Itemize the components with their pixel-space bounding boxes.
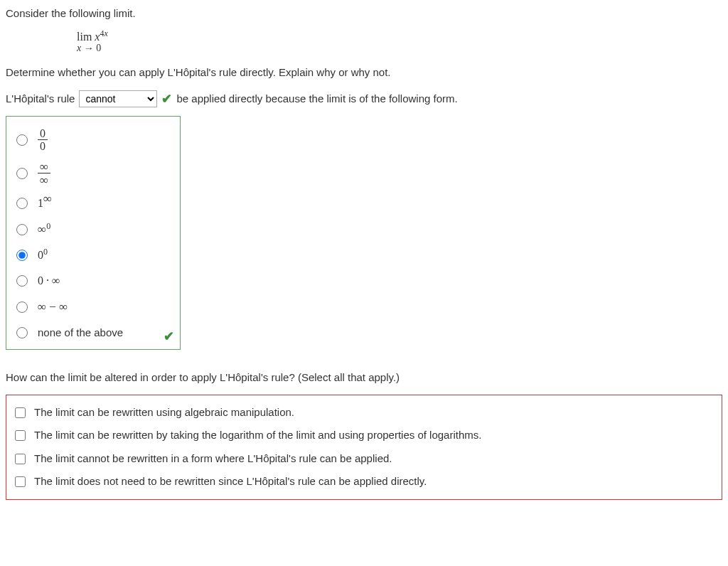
checkbox-option-logarithm[interactable]: The limit can be rewritten by taking the… [12,424,716,447]
radio-option-none[interactable]: none of the above [12,321,174,346]
intro-text: Consider the following limit. [6,6,722,22]
checkbox-label: The limit can be rewritten using algebra… [34,405,294,421]
checkbox-label: The limit does not need to be rewritten … [34,474,427,490]
rule-sentence-row: L'Hôpital's rule cannot ✔ be applied dir… [6,90,722,109]
checkbox-input-3[interactable] [15,454,26,464]
rule-suffix: be applied directly because the limit is… [176,91,457,107]
radio-input-1[interactable] [16,134,28,146]
radio-option-inf-over-inf[interactable]: ∞ ∞ [12,156,174,191]
checkbox-option-cannot-rewrite[interactable]: The limit cannot be rewritten in a form … [12,447,716,471]
radio-option-1-to-inf[interactable]: 1∞ [12,191,174,216]
limit-expression: lim x4x x → 0 [77,31,722,54]
check-icon: ✔ [164,327,174,346]
rule-dropdown[interactable]: cannot [79,90,157,107]
fraction-inf-inf: ∞ ∞ [38,161,50,186]
exp: 0 [43,247,48,257]
checkbox-input-1[interactable] [15,407,26,418]
base: 0 [38,249,43,261]
frac-num: ∞ [38,161,50,173]
power-inf-0: ∞0 [38,220,50,239]
q2-text: Determine whether you can apply L'Hôpita… [6,65,722,81]
power-1-inf: 1∞ [38,195,52,212]
checkbox-input-4[interactable] [15,476,26,487]
radio-option-0-to-0[interactable]: 00 [12,242,174,268]
checkbox-label: The limit can be rewritten by taking the… [34,427,481,444]
radio-input-2[interactable] [16,168,28,179]
radio-option-0-times-inf[interactable]: 0 · ∞ [12,268,174,294]
radio-group-box: 0 0 ∞ ∞ 1∞ ∞0 00 0 · ∞ ∞ − ∞ none of the… [6,116,181,351]
q3-text: How can the limit be altered in order to… [6,370,722,386]
checkbox-group-box: The limit can be rewritten using algebra… [6,395,722,500]
inf-minus-inf: ∞ − ∞ [38,298,68,316]
radio-input-3[interactable] [16,198,28,209]
checkbox-label: The limit cannot be rewritten in a form … [34,451,392,467]
power-0-0: 00 [38,247,48,264]
radio-input-6[interactable] [16,275,28,287]
fraction-0-0: 0 0 [38,128,48,152]
checkbox-option-no-rewrite-needed[interactable]: The limit does not need to be rewritten … [12,470,716,493]
zero-dot-inf: 0 · ∞ [38,272,60,289]
base: ∞ [38,223,46,236]
frac-den: 0 [38,139,48,152]
lim-exp-var: x [104,28,107,38]
check-icon: ✔ [161,90,172,109]
none-label: none of the above [38,325,123,341]
lim-text: lim [77,31,95,43]
radio-input-5[interactable] [16,250,28,261]
frac-num: 0 [38,128,48,139]
base: 1 [38,197,43,209]
checkbox-input-2[interactable] [15,430,26,441]
radio-option-inf-to-0[interactable]: ∞0 [12,216,174,243]
checkbox-option-algebraic[interactable]: The limit can be rewritten using algebra… [12,401,716,424]
exp: 0 [46,221,50,231]
radio-input-4[interactable] [16,224,28,235]
radio-option-inf-minus-inf[interactable]: ∞ − ∞ [12,294,174,321]
radio-input-7[interactable] [16,301,28,313]
radio-option-0-over-0[interactable]: 0 0 [12,124,174,156]
lim-arrow: → 0 [81,43,101,53]
radio-input-8[interactable] [16,327,28,338]
rule-prefix: L'Hôpital's rule [6,91,75,107]
frac-den: ∞ [38,173,50,186]
exp: ∞ [43,192,52,205]
